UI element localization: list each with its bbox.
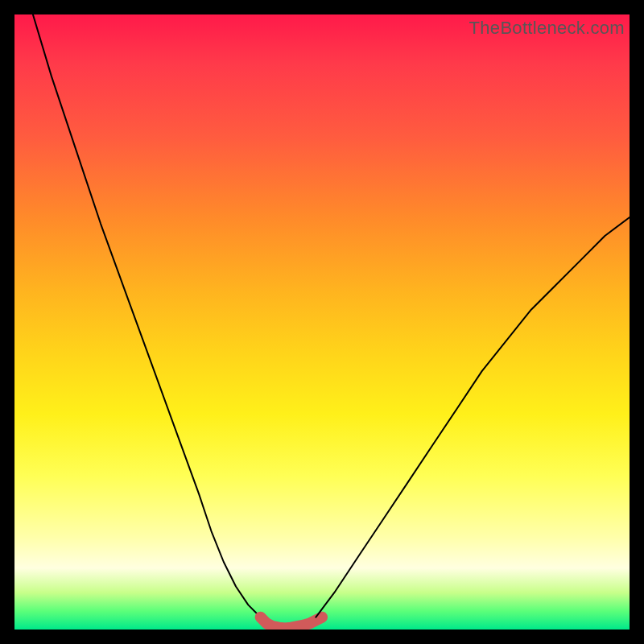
chart-frame: TheBottleneck.com (0, 0, 644, 644)
plot-area (14, 14, 630, 630)
